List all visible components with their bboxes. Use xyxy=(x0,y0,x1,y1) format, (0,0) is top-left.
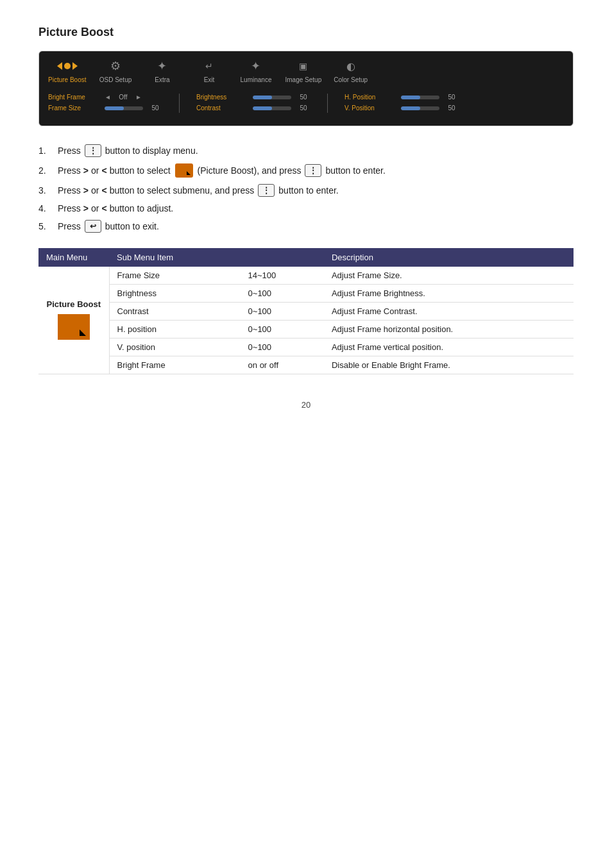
step4-chevron-right: > xyxy=(83,203,89,213)
step5-press: Press xyxy=(58,221,81,231)
bright-frame-arrow-right: ► xyxy=(135,94,142,101)
description-table: Main Menu Sub Menu Item Description Pict… xyxy=(38,248,574,374)
frame-size-label: Frame Size xyxy=(48,104,99,112)
h-position-label: H. Position xyxy=(344,94,396,101)
desc-brightness: Adjust Frame Brightness. xyxy=(324,285,574,303)
osd-row-h-position: H. Position 50 xyxy=(344,94,459,101)
range-frame-size: 14~100 xyxy=(241,267,324,285)
step2-chevron-left: < xyxy=(101,165,106,176)
desc-contrast: Adjust Frame Contrast. xyxy=(324,303,574,321)
brightness-fill xyxy=(253,96,272,99)
v-position-bar xyxy=(401,106,439,110)
sub-menu-bright-frame: Bright Frame xyxy=(109,356,241,374)
picture-boost-inline-icon xyxy=(175,163,193,178)
range-bright-frame: on or off xyxy=(241,356,324,374)
osd-menu-picture-boost: Picture Boost xyxy=(48,58,86,83)
step3-rest: button to select submenu, and press xyxy=(110,185,255,196)
osd-menu-label-exit: Exit xyxy=(204,76,215,83)
step2-button-to-select: button to select xyxy=(110,165,171,176)
osd-menu-label-osd-setup: OSD Setup xyxy=(99,76,132,83)
brightness-label: Brightness xyxy=(196,94,248,101)
frame-size-value: 50 xyxy=(148,104,162,112)
picture-boost-menu-icon xyxy=(57,58,78,74)
table-header-row: Main Menu Sub Menu Item Description xyxy=(38,248,574,267)
instruction-step-4: 4. Press > or < button to adjust. xyxy=(38,203,574,213)
desc-h-position: Adjust Frame horizontal position. xyxy=(324,321,574,338)
range-v-position: 0~100 xyxy=(241,338,324,356)
exit-icon: ↵ xyxy=(199,58,219,74)
step1-menu-btn: ⋮ xyxy=(85,144,101,157)
color-setup-icon: ◐ xyxy=(341,58,361,74)
osd-menu-extra: ✦ Extra xyxy=(144,58,180,83)
image-setup-icon: ▣ xyxy=(293,58,314,74)
table-row: Picture Boost Frame Size 14~100 Adjust F… xyxy=(38,267,574,285)
osd-screenshot: Picture Boost ⚙ OSD Setup ✦ Extra ↵ Exit… xyxy=(38,51,574,126)
osd-row-bright-frame: Bright Frame ◄ Off ► xyxy=(48,94,162,101)
step2-num: 2. xyxy=(38,165,51,176)
osd-menu-label-luminance: Luminance xyxy=(241,76,272,83)
osd-sep2 xyxy=(327,94,328,113)
sub-menu-v-position: V. position xyxy=(109,338,241,356)
osd-col2: Brightness 50 Contrast 50 xyxy=(196,94,310,113)
step5-rest: button to exit. xyxy=(105,221,159,231)
desc-v-position: Adjust Frame vertical position. xyxy=(324,338,574,356)
sub-menu-brightness: Brightness xyxy=(109,285,241,303)
range-brightness: 0~100 xyxy=(241,285,324,303)
osd-menu-bar: Picture Boost ⚙ OSD Setup ✦ Extra ↵ Exit… xyxy=(48,58,564,83)
desc-frame-size: Adjust Frame Size. xyxy=(324,267,574,285)
osd-col1: Bright Frame ◄ Off ► Frame Size 50 xyxy=(48,94,162,113)
osd-col3: H. Position 50 V. Position 50 xyxy=(344,94,459,113)
step3-press: Press xyxy=(58,185,81,196)
osd-menu-osd-setup: ⚙ OSD Setup xyxy=(98,58,133,83)
picture-boost-thumbnail xyxy=(58,314,90,340)
step4-rest: button to adjust. xyxy=(110,203,174,213)
col-sub-menu: Sub Menu Item xyxy=(109,248,241,267)
brightness-bar xyxy=(253,96,291,99)
osd-row-brightness: Brightness 50 xyxy=(196,94,310,101)
osd-menu-luminance: ✦ Luminance xyxy=(238,58,273,83)
col-main-menu: Main Menu xyxy=(38,248,109,267)
luminance-icon: ✦ xyxy=(246,58,266,74)
table-row: Contrast 0~100 Adjust Frame Contrast. xyxy=(38,303,574,321)
range-h-position: 0~100 xyxy=(241,321,324,338)
v-position-label: V. Position xyxy=(344,104,396,112)
contrast-value: 50 xyxy=(296,104,310,112)
step3-menu-btn: ⋮ xyxy=(258,184,275,197)
step3-enter: button to enter. xyxy=(278,185,338,196)
bright-frame-value: Off xyxy=(116,94,130,101)
bright-frame-arrow-left: ◄ xyxy=(105,94,111,101)
step2-picture-boost-label: (Picture Boost), and press xyxy=(198,165,302,176)
v-position-value: 50 xyxy=(445,104,459,112)
table-row: H. position 0~100 Adjust Frame horizonta… xyxy=(38,321,574,338)
step2-chevron-right: > xyxy=(83,165,89,176)
osd-menu-label-color-setup: Color Setup xyxy=(334,76,368,83)
extra-icon: ✦ xyxy=(152,58,173,74)
arrow-right-icon xyxy=(72,62,78,70)
table-row: V. position 0~100 Adjust Frame vertical … xyxy=(38,338,574,356)
main-menu-cell: Picture Boost xyxy=(38,267,109,374)
step5-num: 5. xyxy=(38,221,51,231)
h-position-bar xyxy=(401,96,439,99)
osd-menu-exit: ↵ Exit xyxy=(191,58,226,83)
instruction-step-3: 3. Press > or < button to select submenu… xyxy=(38,184,574,197)
sub-menu-frame-size: Frame Size xyxy=(109,267,241,285)
osd-row-frame-size: Frame Size 50 xyxy=(48,104,162,112)
step3-or: or xyxy=(91,185,99,196)
osd-menu-label-image-setup: Image Setup xyxy=(285,76,321,83)
range-contrast: 0~100 xyxy=(241,303,324,321)
osd-setup-icon: ⚙ xyxy=(105,58,126,74)
arrow-left-icon xyxy=(57,62,62,70)
osd-menu-color-setup: ◐ Color Setup xyxy=(333,58,368,83)
h-position-fill xyxy=(401,96,420,99)
center-dot-icon xyxy=(64,63,71,69)
step3-chevron-right: > xyxy=(83,185,89,196)
frame-size-bar xyxy=(105,106,143,110)
col-range xyxy=(241,248,324,267)
step5-exit-btn: ↩ xyxy=(85,220,101,233)
contrast-fill xyxy=(253,106,272,110)
frame-size-fill xyxy=(105,106,124,110)
osd-menu-label-picture-boost: Picture Boost xyxy=(48,76,86,83)
osd-menu-image-setup: ▣ Image Setup xyxy=(285,58,321,83)
instruction-step-1: 1. Press ⋮ button to display menu. xyxy=(38,144,574,157)
bright-frame-label: Bright Frame xyxy=(48,94,99,101)
